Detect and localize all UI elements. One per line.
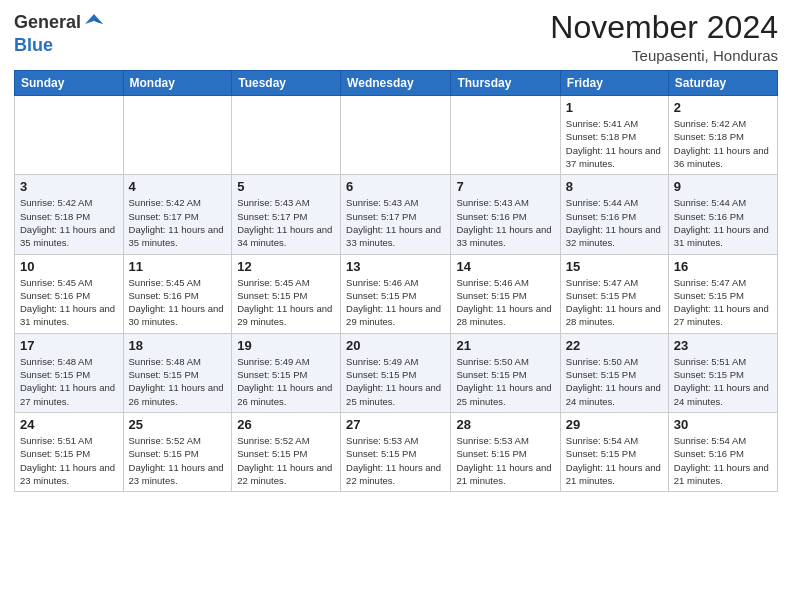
table-row: 7Sunrise: 5:43 AM Sunset: 5:16 PM Daylig… <box>451 175 560 254</box>
calendar-week-row: 10Sunrise: 5:45 AM Sunset: 5:16 PM Dayli… <box>15 254 778 333</box>
table-row: 16Sunrise: 5:47 AM Sunset: 5:15 PM Dayli… <box>668 254 777 333</box>
day-info: Sunrise: 5:48 AM Sunset: 5:15 PM Dayligh… <box>129 355 227 408</box>
table-row <box>232 96 341 175</box>
logo-bird-icon <box>83 10 105 36</box>
day-number: 12 <box>237 259 335 274</box>
table-row: 6Sunrise: 5:43 AM Sunset: 5:17 PM Daylig… <box>341 175 451 254</box>
day-info: Sunrise: 5:44 AM Sunset: 5:16 PM Dayligh… <box>674 196 772 249</box>
day-number: 30 <box>674 417 772 432</box>
day-number: 2 <box>674 100 772 115</box>
day-info: Sunrise: 5:45 AM Sunset: 5:16 PM Dayligh… <box>129 276 227 329</box>
calendar-table: Sunday Monday Tuesday Wednesday Thursday… <box>14 70 778 492</box>
day-number: 11 <box>129 259 227 274</box>
logo: General Blue <box>14 10 105 56</box>
day-number: 20 <box>346 338 445 353</box>
day-number: 17 <box>20 338 118 353</box>
col-monday: Monday <box>123 71 232 96</box>
day-number: 27 <box>346 417 445 432</box>
table-row: 4Sunrise: 5:42 AM Sunset: 5:17 PM Daylig… <box>123 175 232 254</box>
table-row: 11Sunrise: 5:45 AM Sunset: 5:16 PM Dayli… <box>123 254 232 333</box>
day-info: Sunrise: 5:51 AM Sunset: 5:15 PM Dayligh… <box>20 434 118 487</box>
day-number: 26 <box>237 417 335 432</box>
day-number: 28 <box>456 417 554 432</box>
day-info: Sunrise: 5:42 AM Sunset: 5:18 PM Dayligh… <box>20 196 118 249</box>
table-row: 12Sunrise: 5:45 AM Sunset: 5:15 PM Dayli… <box>232 254 341 333</box>
day-info: Sunrise: 5:53 AM Sunset: 5:15 PM Dayligh… <box>346 434 445 487</box>
day-number: 3 <box>20 179 118 194</box>
table-row: 5Sunrise: 5:43 AM Sunset: 5:17 PM Daylig… <box>232 175 341 254</box>
table-row: 9Sunrise: 5:44 AM Sunset: 5:16 PM Daylig… <box>668 175 777 254</box>
location-subtitle: Teupasenti, Honduras <box>550 47 778 64</box>
table-row: 21Sunrise: 5:50 AM Sunset: 5:15 PM Dayli… <box>451 333 560 412</box>
day-number: 18 <box>129 338 227 353</box>
logo-general-text: General <box>14 13 81 33</box>
col-thursday: Thursday <box>451 71 560 96</box>
table-row: 28Sunrise: 5:53 AM Sunset: 5:15 PM Dayli… <box>451 412 560 491</box>
day-number: 9 <box>674 179 772 194</box>
calendar-week-row: 3Sunrise: 5:42 AM Sunset: 5:18 PM Daylig… <box>15 175 778 254</box>
table-row <box>15 96 124 175</box>
day-info: Sunrise: 5:44 AM Sunset: 5:16 PM Dayligh… <box>566 196 663 249</box>
day-number: 24 <box>20 417 118 432</box>
day-info: Sunrise: 5:46 AM Sunset: 5:15 PM Dayligh… <box>456 276 554 329</box>
table-row: 1Sunrise: 5:41 AM Sunset: 5:18 PM Daylig… <box>560 96 668 175</box>
day-number: 22 <box>566 338 663 353</box>
day-number: 1 <box>566 100 663 115</box>
title-section: November 2024 Teupasenti, Honduras <box>550 10 778 64</box>
day-number: 16 <box>674 259 772 274</box>
day-info: Sunrise: 5:43 AM Sunset: 5:16 PM Dayligh… <box>456 196 554 249</box>
table-row: 10Sunrise: 5:45 AM Sunset: 5:16 PM Dayli… <box>15 254 124 333</box>
table-row: 22Sunrise: 5:50 AM Sunset: 5:15 PM Dayli… <box>560 333 668 412</box>
header: General Blue November 2024 Teupasenti, H… <box>14 10 778 64</box>
table-row: 19Sunrise: 5:49 AM Sunset: 5:15 PM Dayli… <box>232 333 341 412</box>
day-info: Sunrise: 5:53 AM Sunset: 5:15 PM Dayligh… <box>456 434 554 487</box>
day-number: 4 <box>129 179 227 194</box>
table-row: 15Sunrise: 5:47 AM Sunset: 5:15 PM Dayli… <box>560 254 668 333</box>
day-info: Sunrise: 5:43 AM Sunset: 5:17 PM Dayligh… <box>346 196 445 249</box>
table-row: 17Sunrise: 5:48 AM Sunset: 5:15 PM Dayli… <box>15 333 124 412</box>
day-info: Sunrise: 5:52 AM Sunset: 5:15 PM Dayligh… <box>129 434 227 487</box>
day-info: Sunrise: 5:43 AM Sunset: 5:17 PM Dayligh… <box>237 196 335 249</box>
table-row: 2Sunrise: 5:42 AM Sunset: 5:18 PM Daylig… <box>668 96 777 175</box>
day-info: Sunrise: 5:51 AM Sunset: 5:15 PM Dayligh… <box>674 355 772 408</box>
day-number: 25 <box>129 417 227 432</box>
table-row: 25Sunrise: 5:52 AM Sunset: 5:15 PM Dayli… <box>123 412 232 491</box>
day-number: 7 <box>456 179 554 194</box>
table-row: 24Sunrise: 5:51 AM Sunset: 5:15 PM Dayli… <box>15 412 124 491</box>
table-row: 13Sunrise: 5:46 AM Sunset: 5:15 PM Dayli… <box>341 254 451 333</box>
table-row: 26Sunrise: 5:52 AM Sunset: 5:15 PM Dayli… <box>232 412 341 491</box>
day-info: Sunrise: 5:54 AM Sunset: 5:16 PM Dayligh… <box>674 434 772 487</box>
calendar-week-row: 1Sunrise: 5:41 AM Sunset: 5:18 PM Daylig… <box>15 96 778 175</box>
day-number: 10 <box>20 259 118 274</box>
table-row: 18Sunrise: 5:48 AM Sunset: 5:15 PM Dayli… <box>123 333 232 412</box>
table-row: 23Sunrise: 5:51 AM Sunset: 5:15 PM Dayli… <box>668 333 777 412</box>
day-number: 29 <box>566 417 663 432</box>
table-row <box>451 96 560 175</box>
table-row: 3Sunrise: 5:42 AM Sunset: 5:18 PM Daylig… <box>15 175 124 254</box>
table-row: 8Sunrise: 5:44 AM Sunset: 5:16 PM Daylig… <box>560 175 668 254</box>
day-info: Sunrise: 5:50 AM Sunset: 5:15 PM Dayligh… <box>566 355 663 408</box>
day-info: Sunrise: 5:47 AM Sunset: 5:15 PM Dayligh… <box>674 276 772 329</box>
month-title: November 2024 <box>550 10 778 45</box>
calendar-week-row: 17Sunrise: 5:48 AM Sunset: 5:15 PM Dayli… <box>15 333 778 412</box>
day-number: 8 <box>566 179 663 194</box>
table-row: 14Sunrise: 5:46 AM Sunset: 5:15 PM Dayli… <box>451 254 560 333</box>
day-info: Sunrise: 5:48 AM Sunset: 5:15 PM Dayligh… <box>20 355 118 408</box>
day-info: Sunrise: 5:41 AM Sunset: 5:18 PM Dayligh… <box>566 117 663 170</box>
day-info: Sunrise: 5:42 AM Sunset: 5:18 PM Dayligh… <box>674 117 772 170</box>
day-info: Sunrise: 5:50 AM Sunset: 5:15 PM Dayligh… <box>456 355 554 408</box>
day-number: 21 <box>456 338 554 353</box>
day-number: 13 <box>346 259 445 274</box>
table-row: 27Sunrise: 5:53 AM Sunset: 5:15 PM Dayli… <box>341 412 451 491</box>
day-info: Sunrise: 5:49 AM Sunset: 5:15 PM Dayligh… <box>237 355 335 408</box>
day-info: Sunrise: 5:45 AM Sunset: 5:16 PM Dayligh… <box>20 276 118 329</box>
day-number: 19 <box>237 338 335 353</box>
calendar-week-row: 24Sunrise: 5:51 AM Sunset: 5:15 PM Dayli… <box>15 412 778 491</box>
day-info: Sunrise: 5:49 AM Sunset: 5:15 PM Dayligh… <box>346 355 445 408</box>
day-info: Sunrise: 5:45 AM Sunset: 5:15 PM Dayligh… <box>237 276 335 329</box>
col-saturday: Saturday <box>668 71 777 96</box>
day-info: Sunrise: 5:54 AM Sunset: 5:15 PM Dayligh… <box>566 434 663 487</box>
calendar-header-row: Sunday Monday Tuesday Wednesday Thursday… <box>15 71 778 96</box>
page: General Blue November 2024 Teupasenti, H… <box>0 0 792 612</box>
day-number: 14 <box>456 259 554 274</box>
